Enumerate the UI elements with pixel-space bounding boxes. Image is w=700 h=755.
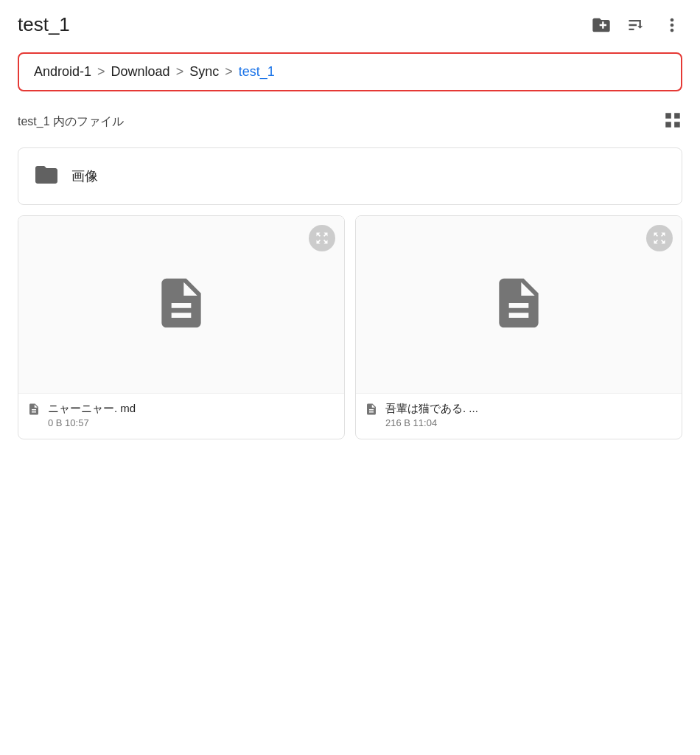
file-name-1: 吾輩は猫である. ...	[385, 401, 478, 416]
header-actions	[591, 15, 682, 35]
breadcrumb-android[interactable]: Android-1	[34, 64, 91, 80]
file-card-footer-0: ニャーニャー. md 0 B 10:57	[18, 393, 344, 439]
breadcrumb-sep-2: >	[176, 64, 184, 80]
file-meta-0: 0 B 10:57	[48, 417, 136, 428]
breadcrumb-sync[interactable]: Sync	[189, 64, 219, 80]
expand-icon-1[interactable]	[646, 225, 673, 251]
header: test_1	[0, 0, 700, 45]
breadcrumb-sep-1: >	[97, 64, 105, 80]
section-label: test_1 内のファイル	[18, 114, 124, 130]
page-title: test_1	[18, 13, 70, 36]
file-doc-icon-0	[152, 268, 211, 341]
folder-item[interactable]: 画像	[18, 147, 682, 205]
sort-button[interactable]	[626, 15, 647, 35]
breadcrumb[interactable]: Android-1 > Download > Sync > test_1	[18, 52, 682, 91]
file-info-0: ニャーニャー. md 0 B 10:57	[48, 401, 136, 428]
file-info-1: 吾輩は猫である. ... 216 B 11:04	[385, 401, 478, 428]
folder-icon	[33, 161, 60, 191]
file-card-0[interactable]: ニャーニャー. md 0 B 10:57	[18, 215, 345, 439]
expand-icon-0[interactable]	[309, 225, 335, 251]
new-folder-button[interactable]	[591, 15, 612, 35]
section-header: test_1 内のファイル	[0, 105, 700, 142]
file-preview-1	[356, 216, 682, 393]
folder-name: 画像	[71, 167, 98, 185]
more-options-button[interactable]	[662, 15, 682, 35]
file-grid-row: ニャーニャー. md 0 B 10:57	[18, 215, 682, 439]
breadcrumb-sep-3: >	[225, 64, 233, 80]
file-meta-1: 216 B 11:04	[385, 417, 478, 428]
file-small-icon-0	[27, 403, 41, 419]
file-grid: 画像	[0, 142, 700, 457]
view-toggle-button[interactable]	[663, 111, 682, 133]
file-small-icon-1	[365, 403, 378, 419]
breadcrumb-download[interactable]: Download	[111, 64, 170, 80]
file-card-1[interactable]: 吾輩は猫である. ... 216 B 11:04	[355, 215, 682, 439]
file-card-footer-1: 吾輩は猫である. ... 216 B 11:04	[356, 393, 682, 439]
file-preview-0	[18, 216, 344, 393]
file-name-0: ニャーニャー. md	[48, 401, 136, 416]
breadcrumb-test1[interactable]: test_1	[239, 64, 275, 80]
file-doc-icon-1	[489, 268, 548, 341]
